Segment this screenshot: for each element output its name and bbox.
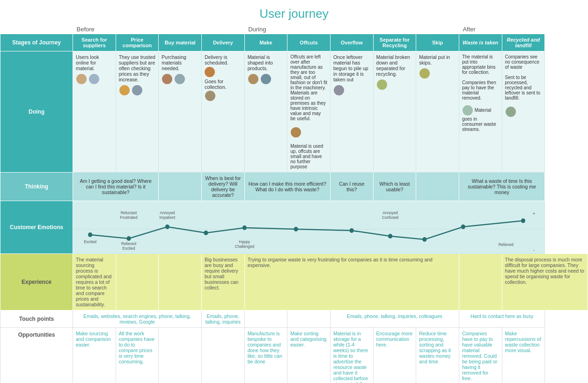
experience-buy [159,254,202,311]
stage-offcuts: Offcuts [287,34,331,51]
stage-recycled: Recycled and landfill [502,34,545,51]
doing-search: Users look online for material. [73,51,116,173]
doing-waste: The material is put into appropriate bin… [459,51,502,173]
experience-after: The disposal process is much more diffic… [502,254,588,311]
emotions-chart: Excited Reluctant Frustrated Relieved Ex… [73,201,545,254]
svg-text:Annoyed: Annoyed [160,210,175,215]
doing-buy: Purchasing materials needed. [159,51,202,173]
doing-delivery: Delivery is scheduled. Goes for collecti… [201,51,244,173]
avatar [119,85,130,95]
svg-text:Challenged: Challenged [235,244,254,249]
opp-skip: Reduce time processing, sorting and scra… [416,328,459,383]
avatar [334,85,344,95]
svg-text:Annoyed: Annoyed [382,210,398,215]
experience-skip [459,254,502,311]
svg-point-6 [294,227,298,231]
touchpoints-make [244,311,287,328]
opp-buy [159,328,202,383]
svg-text:+: + [533,211,536,216]
stage-separate: Separate for Recycling [373,34,416,51]
opp-make: Manufacture is bespoke to companies and … [244,328,287,383]
svg-text:Impatient: Impatient [160,215,176,220]
stages-label: Stages of Journey [0,34,73,51]
svg-point-7 [350,228,354,233]
opp-delivery [201,328,244,383]
stage-make: Make [244,34,287,51]
doing-row: Doing Users look online for material. Th… [0,51,588,173]
avatar [463,105,473,116]
avatar [175,74,185,84]
doing-make: Material is shaped into products. [244,51,287,173]
emotions-label: Customer Emotions [0,201,73,254]
opp-overflow: Material is in storage for a while (1-4 … [330,328,373,383]
opp-recycled: Make repercussions of waste collection m… [502,328,545,383]
touchpoints-after: Hard to contact here as busy [459,311,544,328]
svg-point-9 [422,237,426,242]
svg-text:-: - [533,247,535,253]
experience-row: Experience The material sourcing process… [0,254,588,311]
thinking-skip [416,173,459,201]
doing-overflow: Once leftover material has begun to pile… [330,51,373,173]
phase-during: During [244,25,459,34]
svg-point-5 [243,225,247,230]
svg-text:Excited: Excited [123,246,135,251]
avatar [291,127,301,137]
svg-point-2 [126,236,131,241]
phase-before: Before [73,25,245,34]
stage-price: Price comparison [116,34,159,51]
svg-point-11 [521,218,525,223]
touchpoints-delivery: Emails, phone, talking, inquiries [201,311,244,328]
doing-label: Doing [0,51,73,173]
thinking-delivery: When is best for delivery? Will delivery… [201,173,244,201]
svg-point-10 [461,224,465,229]
doing-recycled: Companies see no consequence of waste Se… [502,51,545,173]
experience-label: Experience [0,254,73,311]
svg-point-8 [388,234,392,238]
svg-point-3 [165,224,169,229]
doing-offcuts: Offcuts are left over after manufacture … [287,51,331,173]
touchpoints-row: Touch points Emails, websites, search en… [0,311,588,328]
phase-after: After [459,25,544,34]
phase-header-row: Before During After [0,25,588,34]
thinking-buy [159,173,202,201]
stage-overflow: Overflow [330,34,373,51]
stage-search: Search for suppliers [73,34,116,51]
experience-during: Trying to organise waste is very frustra… [244,254,459,311]
avatar [76,74,87,84]
touchpoints-before: Emails, websites, search engines, phone,… [73,311,202,328]
avatar [132,85,142,95]
opp-search: Make sourcing and comparison easier. [73,328,116,383]
svg-text:Frustrated: Frustrated [120,215,138,220]
svg-text:Relieved: Relieved [499,242,514,247]
emotions-row: Customer Emotions [0,201,588,254]
avatar [377,79,387,90]
experience-search: The material sourcing process is complic… [73,254,116,311]
opp-separate: Encourage more communication here. [373,328,416,383]
touchpoints-label: Touch points [0,311,73,328]
svg-text:Relieved: Relieved [121,241,136,246]
opportunities-row: Opportunities Make sourcing and comparis… [0,328,588,383]
opp-price: All the work companies have to do to com… [116,328,159,383]
avatar [205,67,215,77]
touchpoints-during: Emails, phone, talking, inquiries, colle… [330,311,459,328]
stage-delivery: Delivery [201,34,244,51]
avatar [205,91,215,101]
avatar [162,74,172,84]
stages-row: Stages of Journey Search for suppliers P… [0,34,588,51]
svg-text:Confused: Confused [382,215,398,220]
thinking-row: Thinking Am I getting a good deal? Where… [0,173,588,201]
svg-text:Reluctant: Reluctant [121,210,137,215]
svg-text:Excited: Excited [84,239,96,244]
svg-point-4 [204,231,208,235]
thinking-label: Thinking [0,173,73,201]
touchpoints-offcuts [287,311,331,328]
thinking-separate: Which is least usable? [373,173,416,201]
opp-waste: Companies have to pay to have valuable m… [459,328,502,383]
stage-buy: Buy material [159,34,202,51]
doing-skip: Material put in skips. [416,51,459,173]
avatar [248,74,258,84]
opp-offcuts: Make sorting and categorising easier. [287,328,331,383]
stage-waste: Waste is taken [459,34,502,51]
experience-price [116,254,159,311]
page-title: User journey [0,0,588,25]
